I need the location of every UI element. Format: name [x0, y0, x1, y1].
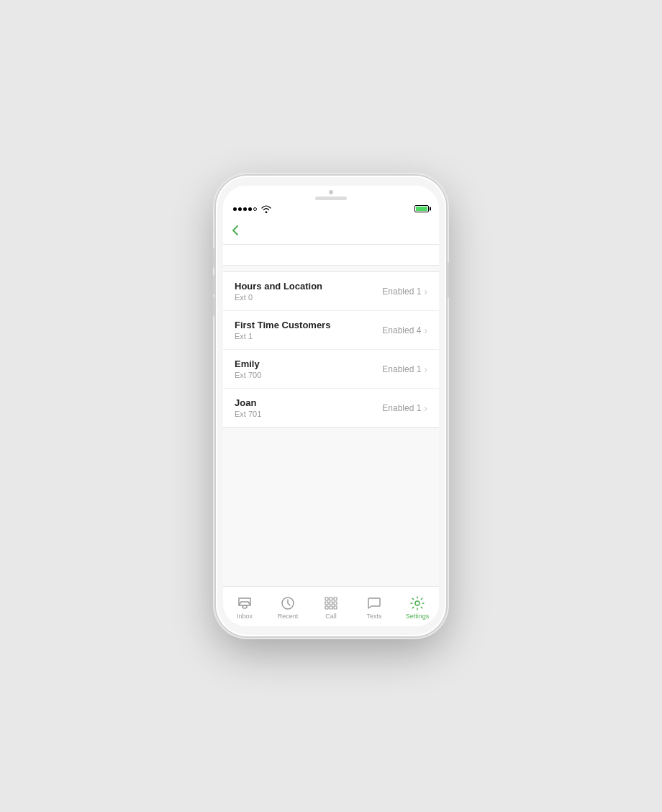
tab-settings[interactable]: Settings: [396, 595, 439, 620]
texts-icon: [366, 595, 382, 611]
svg-rect-9: [330, 606, 332, 609]
speaker: [315, 197, 347, 200]
back-button[interactable]: [232, 225, 239, 236]
chevron-right-icon: ›: [424, 286, 427, 297]
item-status: Enabled 4: [382, 325, 421, 335]
recent-icon: [280, 595, 296, 611]
wifi-icon: [261, 205, 271, 213]
tab-inbox-label: Inbox: [237, 613, 253, 620]
tab-call-label: Call: [325, 613, 337, 620]
tab-texts[interactable]: Texts: [353, 595, 396, 620]
svg-rect-6: [330, 602, 332, 605]
description-text: [223, 245, 439, 266]
tab-texts-label: Texts: [366, 613, 381, 620]
tab-recent-label: Recent: [278, 613, 299, 620]
item-right: Enabled 1 ›: [382, 286, 427, 297]
item-ext: Ext 0: [235, 293, 322, 302]
battery-icon: [414, 205, 429, 212]
call-icon: [323, 595, 339, 611]
content-area: Hours and Location Ext 0 Enabled 1 › Fir…: [223, 245, 439, 586]
item-right: Enabled 1 ›: [382, 364, 427, 375]
item-name: Hours and Location: [235, 281, 322, 292]
item-ext: Ext 701: [235, 410, 261, 418]
svg-rect-5: [325, 602, 328, 605]
nav-bar: [223, 216, 439, 245]
status-right: [412, 205, 429, 212]
item-info: Emily Ext 700: [235, 358, 261, 379]
tab-bar: Inbox Recent: [223, 586, 439, 626]
item-right: Enabled 1 ›: [382, 402, 427, 414]
inbox-icon: [237, 595, 253, 611]
item-name: First Time Customers: [235, 320, 330, 330]
list-item[interactable]: Joan Ext 701 Enabled 1 ›: [223, 389, 439, 427]
settings-icon: [409, 595, 425, 611]
tab-inbox[interactable]: Inbox: [223, 595, 266, 620]
status-left: [233, 205, 271, 213]
list-item[interactable]: Hours and Location Ext 0 Enabled 1 ›: [223, 272, 439, 311]
svg-point-11: [415, 601, 420, 605]
item-info: Hours and Location Ext 0: [235, 281, 322, 302]
svg-point-0: [242, 605, 247, 608]
chevron-right-icon: ›: [424, 402, 427, 414]
item-status: Enabled 1: [382, 403, 421, 413]
item-name: Joan: [235, 397, 261, 408]
item-ext: Ext 700: [235, 371, 261, 379]
tab-call[interactable]: Call: [309, 595, 353, 620]
status-bar: [223, 202, 439, 216]
item-status: Enabled 1: [382, 364, 421, 374]
phone-frame: Hours and Location Ext 0 Enabled 1 › Fir…: [216, 176, 446, 636]
tab-recent[interactable]: Recent: [266, 595, 309, 620]
item-info: First Time Customers Ext 1: [235, 320, 330, 340]
item-name: Emily: [235, 358, 261, 369]
list-item[interactable]: Emily Ext 700 Enabled 1 ›: [223, 350, 439, 389]
camera: [329, 190, 333, 194]
phone-screen: Hours and Location Ext 0 Enabled 1 › Fir…: [223, 186, 439, 626]
item-ext: Ext 1: [235, 332, 330, 340]
svg-rect-7: [334, 602, 337, 605]
tab-settings-label: Settings: [406, 613, 430, 620]
svg-rect-2: [325, 597, 328, 600]
svg-rect-10: [334, 606, 337, 609]
phone-notch: [223, 186, 439, 202]
item-info: Joan Ext 701: [235, 397, 261, 418]
svg-rect-4: [334, 597, 337, 600]
chevron-right-icon: ›: [424, 325, 427, 336]
chevron-right-icon: ›: [424, 364, 427, 375]
extension-list: Hours and Location Ext 0 Enabled 1 › Fir…: [223, 271, 439, 428]
signal-dots: [233, 207, 257, 211]
svg-rect-8: [325, 606, 328, 609]
list-item[interactable]: First Time Customers Ext 1 Enabled 4 ›: [223, 311, 439, 350]
item-right: Enabled 4 ›: [382, 325, 427, 336]
item-status: Enabled 1: [382, 287, 421, 297]
svg-rect-3: [330, 597, 332, 600]
